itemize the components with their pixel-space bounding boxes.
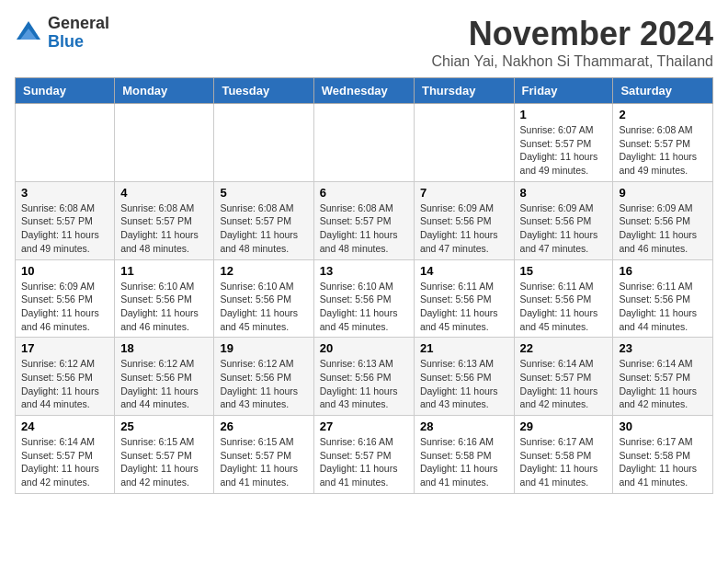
calendar-cell: 23Sunrise: 6:14 AM Sunset: 5:57 PM Dayli…: [613, 338, 713, 416]
logo-text: General Blue: [48, 15, 109, 52]
day-number: 9: [619, 186, 707, 200]
day-info: Sunrise: 6:16 AM Sunset: 5:58 PM Dayligh…: [420, 435, 508, 489]
day-number: 7: [420, 186, 508, 200]
day-info: Sunrise: 6:15 AM Sunset: 5:57 PM Dayligh…: [120, 435, 208, 489]
calendar-cell: 25Sunrise: 6:15 AM Sunset: 5:57 PM Dayli…: [115, 416, 214, 494]
calendar-cell: 30Sunrise: 6:17 AM Sunset: 5:58 PM Dayli…: [613, 416, 713, 494]
day-number: 30: [619, 419, 707, 433]
day-info: Sunrise: 6:14 AM Sunset: 5:57 PM Dayligh…: [21, 435, 108, 489]
calendar-table: SundayMondayTuesdayWednesdayThursdayFrid…: [15, 77, 713, 494]
calendar-cell: 8Sunrise: 6:09 AM Sunset: 5:56 PM Daylig…: [514, 181, 613, 259]
calendar-cell: 11Sunrise: 6:10 AM Sunset: 5:56 PM Dayli…: [115, 259, 214, 338]
calendar-cell: 19Sunrise: 6:12 AM Sunset: 5:56 PM Dayli…: [214, 338, 313, 416]
calendar-week-row: 17Sunrise: 6:12 AM Sunset: 5:56 PM Dayli…: [16, 338, 713, 416]
day-info: Sunrise: 6:17 AM Sunset: 5:58 PM Dayligh…: [520, 435, 608, 489]
day-info: Sunrise: 6:16 AM Sunset: 5:57 PM Dayligh…: [320, 435, 408, 489]
day-number: 5: [220, 186, 307, 200]
calendar-cell: 2Sunrise: 6:08 AM Sunset: 5:57 PM Daylig…: [613, 104, 713, 182]
location-title: Chian Yai, Nakhon Si Thammarat, Thailand: [431, 53, 713, 70]
day-number: 6: [320, 186, 408, 200]
day-info: Sunrise: 6:11 AM Sunset: 5:56 PM Dayligh…: [619, 280, 707, 334]
day-info: Sunrise: 6:14 AM Sunset: 5:57 PM Dayligh…: [619, 357, 707, 411]
calendar-cell: 27Sunrise: 6:16 AM Sunset: 5:57 PM Dayli…: [313, 416, 414, 494]
calendar-cell: 10Sunrise: 6:09 AM Sunset: 5:56 PM Dayli…: [16, 259, 115, 338]
logo-icon: [15, 19, 42, 47]
column-header-wednesday: Wednesday: [313, 78, 414, 104]
calendar-cell: 7Sunrise: 6:09 AM Sunset: 5:56 PM Daylig…: [414, 181, 514, 259]
column-header-thursday: Thursday: [414, 78, 514, 104]
day-info: Sunrise: 6:12 AM Sunset: 5:56 PM Dayligh…: [220, 357, 307, 411]
header: General Blue November 2024 Chian Yai, Na…: [15, 15, 713, 70]
calendar-cell: [313, 104, 414, 182]
calendar-cell: 17Sunrise: 6:12 AM Sunset: 5:56 PM Dayli…: [16, 338, 115, 416]
day-info: Sunrise: 6:11 AM Sunset: 5:56 PM Dayligh…: [520, 280, 608, 334]
day-info: Sunrise: 6:10 AM Sunset: 5:56 PM Dayligh…: [220, 280, 307, 334]
day-number: 17: [21, 341, 108, 355]
title-area: November 2024 Chian Yai, Nakhon Si Thamm…: [431, 15, 713, 70]
day-number: 14: [420, 264, 508, 278]
logo-general-text: General: [48, 15, 109, 33]
calendar-week-row: 24Sunrise: 6:14 AM Sunset: 5:57 PM Dayli…: [16, 416, 713, 494]
day-number: 8: [520, 186, 608, 200]
day-number: 20: [320, 341, 408, 355]
day-info: Sunrise: 6:08 AM Sunset: 5:57 PM Dayligh…: [320, 201, 408, 256]
day-info: Sunrise: 6:10 AM Sunset: 5:56 PM Dayligh…: [120, 280, 208, 334]
day-info: Sunrise: 6:15 AM Sunset: 5:57 PM Dayligh…: [220, 435, 307, 489]
calendar-cell: 12Sunrise: 6:10 AM Sunset: 5:56 PM Dayli…: [214, 259, 313, 338]
calendar-cell: 18Sunrise: 6:12 AM Sunset: 5:56 PM Dayli…: [115, 338, 214, 416]
day-number: 4: [120, 186, 208, 200]
day-info: Sunrise: 6:08 AM Sunset: 5:57 PM Dayligh…: [220, 201, 307, 256]
calendar-cell: 16Sunrise: 6:11 AM Sunset: 5:56 PM Dayli…: [613, 259, 713, 338]
day-info: Sunrise: 6:12 AM Sunset: 5:56 PM Dayligh…: [21, 357, 108, 411]
day-number: 1: [520, 108, 608, 121]
calendar-cell: 5Sunrise: 6:08 AM Sunset: 5:57 PM Daylig…: [214, 181, 313, 259]
calendar-cell: 3Sunrise: 6:08 AM Sunset: 5:57 PM Daylig…: [16, 181, 115, 259]
calendar-week-row: 10Sunrise: 6:09 AM Sunset: 5:56 PM Dayli…: [16, 259, 713, 338]
day-info: Sunrise: 6:12 AM Sunset: 5:56 PM Dayligh…: [120, 357, 208, 411]
calendar-cell: 6Sunrise: 6:08 AM Sunset: 5:57 PM Daylig…: [313, 181, 414, 259]
day-number: 26: [220, 419, 307, 433]
day-number: 13: [320, 264, 408, 278]
calendar-week-row: 1Sunrise: 6:07 AM Sunset: 5:57 PM Daylig…: [16, 104, 713, 182]
calendar-cell: [16, 104, 115, 182]
day-number: 16: [619, 264, 707, 278]
day-number: 29: [520, 419, 608, 433]
calendar-cell: [115, 104, 214, 182]
day-number: 12: [220, 264, 307, 278]
day-number: 23: [619, 341, 707, 355]
logo: General Blue: [15, 15, 109, 52]
day-info: Sunrise: 6:08 AM Sunset: 5:57 PM Dayligh…: [120, 201, 208, 256]
column-header-saturday: Saturday: [613, 78, 713, 104]
column-header-friday: Friday: [514, 78, 613, 104]
calendar-cell: 4Sunrise: 6:08 AM Sunset: 5:57 PM Daylig…: [115, 181, 214, 259]
calendar-cell: 15Sunrise: 6:11 AM Sunset: 5:56 PM Dayli…: [514, 259, 613, 338]
day-number: 21: [420, 341, 508, 355]
calendar-cell: 22Sunrise: 6:14 AM Sunset: 5:57 PM Dayli…: [514, 338, 613, 416]
day-info: Sunrise: 6:08 AM Sunset: 5:57 PM Dayligh…: [21, 201, 108, 256]
calendar-cell: 1Sunrise: 6:07 AM Sunset: 5:57 PM Daylig…: [514, 104, 613, 182]
day-number: 28: [420, 419, 508, 433]
column-header-monday: Monday: [115, 78, 214, 104]
calendar-cell: 26Sunrise: 6:15 AM Sunset: 5:57 PM Dayli…: [214, 416, 313, 494]
column-header-tuesday: Tuesday: [214, 78, 313, 104]
day-info: Sunrise: 6:10 AM Sunset: 5:56 PM Dayligh…: [320, 280, 408, 334]
day-info: Sunrise: 6:17 AM Sunset: 5:58 PM Dayligh…: [619, 435, 707, 489]
day-info: Sunrise: 6:09 AM Sunset: 5:56 PM Dayligh…: [21, 280, 108, 334]
column-header-sunday: Sunday: [16, 78, 115, 104]
calendar-cell: 13Sunrise: 6:10 AM Sunset: 5:56 PM Dayli…: [313, 259, 414, 338]
day-info: Sunrise: 6:08 AM Sunset: 5:57 PM Dayligh…: [619, 123, 707, 178]
day-number: 24: [21, 419, 108, 433]
calendar-cell: 20Sunrise: 6:13 AM Sunset: 5:56 PM Dayli…: [313, 338, 414, 416]
day-number: 18: [120, 341, 208, 355]
day-info: Sunrise: 6:07 AM Sunset: 5:57 PM Dayligh…: [520, 123, 608, 178]
day-number: 10: [21, 264, 108, 278]
calendar-cell: 28Sunrise: 6:16 AM Sunset: 5:58 PM Dayli…: [414, 416, 514, 494]
calendar-cell: [414, 104, 514, 182]
calendar-cell: 29Sunrise: 6:17 AM Sunset: 5:58 PM Dayli…: [514, 416, 613, 494]
month-title: November 2024: [431, 15, 713, 53]
day-number: 3: [21, 186, 108, 200]
day-number: 15: [520, 264, 608, 278]
day-number: 25: [120, 419, 208, 433]
day-number: 27: [320, 419, 408, 433]
day-number: 11: [120, 264, 208, 278]
